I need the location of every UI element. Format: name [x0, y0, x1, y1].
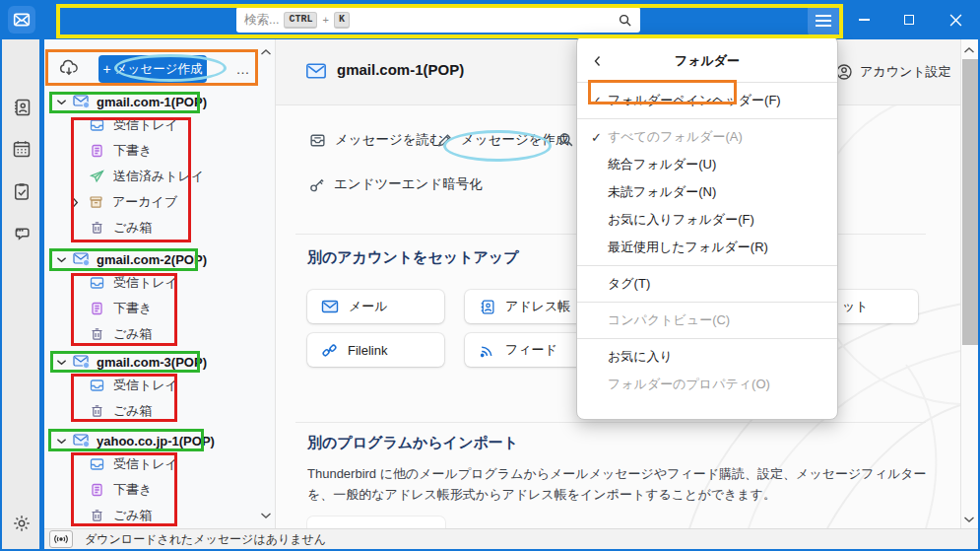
menu-item-all-folders[interactable]: ✓ すべてのフォルダー(A)	[577, 123, 837, 151]
setup-chat-partial-label: ット	[842, 298, 869, 315]
plus-icon: +	[103, 61, 111, 77]
setup-chat-button-partial[interactable]: ット	[838, 290, 918, 323]
menu-separator	[577, 265, 837, 266]
kbd-k: K	[334, 12, 350, 29]
mail-icon	[321, 299, 339, 314]
close-button[interactable]	[934, 0, 978, 39]
chevron-down-icon[interactable]	[56, 358, 67, 367]
close-icon	[949, 14, 962, 27]
global-search-bar[interactable]: 検索... CTRL + K	[236, 7, 640, 33]
inbox-icon	[89, 117, 105, 133]
setup-mail-button[interactable]: メール	[307, 290, 444, 323]
account-row-gmail-2[interactable]: gmail.com-2(POP)	[44, 248, 259, 270]
menu-separator	[577, 118, 837, 119]
menu-item-folder-pane-header[interactable]: ✓ フォルダーペインヘッダー(F)	[577, 87, 837, 114]
chevron-down-icon[interactable]	[56, 255, 67, 264]
calendar-icon[interactable]	[11, 138, 33, 160]
address-book-icon[interactable]	[11, 97, 33, 118]
account-envelope-icon	[73, 251, 91, 267]
scroll-up-icon[interactable]	[963, 45, 975, 55]
account-name: gmail.com-2(POP)	[97, 252, 207, 267]
account-settings-link[interactable]: アカウント設定	[835, 63, 951, 81]
folder-row-trash[interactable]: ごみ箱	[44, 215, 259, 241]
folder-label: ごみ箱	[113, 325, 153, 343]
maximize-button[interactable]	[886, 0, 931, 39]
compose-message-label: メッセージを作成	[461, 131, 569, 149]
menu-back-button[interactable]	[593, 44, 602, 78]
key-icon	[308, 176, 326, 193]
folder-row-inbox[interactable]: 受信トレイ	[44, 373, 259, 398]
scroll-down-icon[interactable]	[963, 515, 975, 524]
chevron-down-icon[interactable]	[56, 98, 67, 106]
folder-row-drafts[interactable]: 下書き	[44, 296, 259, 321]
folder-label: 受信トレイ	[113, 274, 178, 292]
import-button-partial[interactable]	[307, 517, 445, 528]
get-messages-icon[interactable]	[58, 57, 80, 79]
account-name: yahoo.co.jp-1(POP)	[97, 434, 215, 448]
new-message-button[interactable]: + メッセージ作成	[98, 55, 207, 83]
main-scrollbar[interactable]	[960, 39, 978, 528]
e2e-encryption-link[interactable]: エンドツーエンド暗号化	[308, 175, 483, 193]
menu-item-compact-view[interactable]: コンパクトビュー(C)	[577, 307, 837, 334]
network-status-button[interactable]	[49, 530, 73, 548]
search-messages-link[interactable]	[557, 131, 574, 148]
menu-item-label: お気に入りフォルダー(F)	[608, 211, 754, 229]
folder-row-sent[interactable]: 送信済みトレイ	[44, 164, 259, 189]
folder-row-archive[interactable]: アーカイブ	[44, 189, 259, 215]
read-message-icon	[308, 132, 327, 149]
folder-row-drafts[interactable]: 下書き	[44, 477, 259, 503]
menu-item-label: タグ(T)	[608, 275, 650, 293]
menu-item-recent-folders[interactable]: 最近使用したフォルダー(R)	[577, 234, 837, 261]
account-row-yahoo-1[interactable]: yahoo.co.jp-1(POP)	[44, 430, 259, 451]
menu-item-tags[interactable]: タグ(T)	[577, 270, 837, 298]
menu-item-unread-folders[interactable]: 未読フォルダー(N)	[577, 178, 837, 206]
account-name: gmail.com-1(POP)	[97, 95, 207, 109]
menu-item-folder-properties[interactable]: フォルダーのプロパティ(O)	[577, 371, 837, 398]
folder-row-trash[interactable]: ごみ箱	[44, 503, 259, 528]
app-menu-button[interactable]	[808, 5, 839, 35]
folder-row-inbox[interactable]: 受信トレイ	[44, 270, 259, 296]
setup-mail-label: メール	[349, 298, 388, 315]
tasks-icon[interactable]	[11, 180, 33, 202]
menu-item-label: 統合フォルダー(U)	[608, 156, 716, 173]
chevron-down-icon[interactable]	[56, 437, 67, 446]
folder-row-trash[interactable]: ごみ箱	[44, 321, 259, 347]
read-messages-link[interactable]: メッセージを読む	[308, 131, 443, 149]
scrollbar-thumb[interactable]	[962, 59, 978, 345]
menu-item-label: お気に入り	[608, 348, 673, 366]
space-tab-mail[interactable]	[8, 6, 35, 34]
account-envelope-icon	[73, 94, 91, 109]
folder-row-drafts[interactable]: 下書き	[44, 138, 259, 164]
setup-feed-label: フィード	[505, 341, 557, 359]
chevron-left-icon	[593, 55, 602, 67]
address-book-icon	[479, 299, 495, 315]
menu-item-unified-folders[interactable]: 統合フォルダー(U)	[577, 151, 837, 178]
menu-item-label: 未読フォルダー(N)	[608, 183, 716, 201]
account-row-gmail-3[interactable]: gmail.com-3(POP)	[44, 351, 259, 373]
menu-item-favorite-folders[interactable]: お気に入りフォルダー(F)	[577, 206, 837, 234]
folder-pane-options-button[interactable]: …	[231, 59, 255, 79]
folder-row-trash[interactable]: ごみ箱	[44, 398, 259, 424]
kbd-plus-sign: +	[322, 14, 328, 26]
minimize-button[interactable]	[842, 0, 886, 39]
folder-row-inbox[interactable]: 受信トレイ	[44, 112, 259, 138]
folderpane-scroll-up-icon[interactable]	[260, 47, 272, 57]
status-bar: ダウンロードされたメッセージはありません	[44, 528, 978, 549]
account-settings-label: アカウント設定	[860, 63, 951, 81]
inbox-icon	[89, 456, 105, 472]
settings-gear-icon[interactable]	[11, 513, 33, 534]
chevron-right-icon[interactable]	[71, 197, 80, 208]
drafts-icon	[89, 143, 105, 159]
menu-item-label: 最近使用したフォルダー(R)	[608, 239, 768, 256]
folderpane-scroll-down-icon[interactable]	[260, 511, 272, 520]
chat-icon[interactable]	[11, 222, 33, 243]
compose-message-link[interactable]: メッセージを作成	[436, 131, 569, 149]
drafts-icon	[89, 482, 105, 498]
trash-icon	[89, 220, 105, 236]
menu-header: フォルダー	[577, 44, 837, 78]
menu-separator	[577, 302, 837, 303]
setup-filelink-button[interactable]: Filelink	[307, 333, 444, 367]
account-row-gmail-1[interactable]: gmail.com-1(POP)	[44, 91, 259, 112]
menu-item-favorite[interactable]: お気に入り	[577, 343, 837, 371]
folder-row-inbox[interactable]: 受信トレイ	[44, 451, 259, 477]
